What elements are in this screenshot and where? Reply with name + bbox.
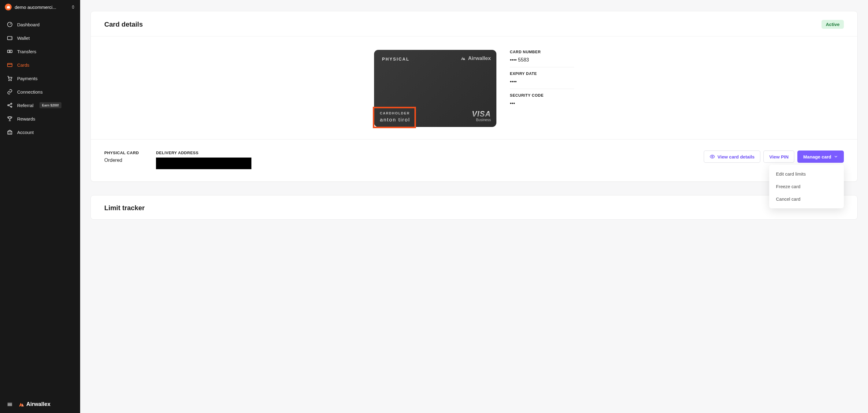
svg-rect-4 bbox=[8, 63, 12, 67]
airwallex-mark-icon bbox=[460, 56, 466, 61]
sidebar: demo aucommerci... Dashboard Wallet bbox=[0, 0, 80, 413]
referral-icon bbox=[7, 102, 13, 108]
card-actions: View card details View PIN Manage card E… bbox=[704, 150, 844, 163]
cardholder-highlight: CARDHOLDER anton tirol bbox=[373, 107, 416, 128]
svg-point-10 bbox=[712, 156, 713, 157]
card-brand: Airwallex bbox=[460, 55, 491, 61]
manage-card-dropdown: Edit card limits Freeze card Cancel card bbox=[769, 165, 844, 208]
sidebar-item-referral[interactable]: Referral Earn $200! bbox=[0, 98, 80, 112]
card-details-panel: Card details Active PHYSICAL Airwallex bbox=[91, 11, 858, 182]
svg-point-8 bbox=[11, 103, 12, 104]
org-switcher[interactable]: demo aucommerci... bbox=[0, 0, 80, 15]
meta-value: ••• bbox=[510, 101, 574, 106]
view-card-details-button[interactable]: View card details bbox=[704, 150, 760, 163]
sidebar-item-connections[interactable]: Connections bbox=[0, 85, 80, 98]
button-label: View card details bbox=[717, 154, 754, 159]
svg-point-7 bbox=[8, 105, 9, 106]
connections-icon bbox=[7, 89, 13, 95]
status-badge: Active bbox=[822, 20, 844, 29]
brand-name: Airwallex bbox=[26, 401, 51, 408]
dropdown-item-cancel-card[interactable]: Cancel card bbox=[769, 193, 844, 205]
panel-header: Card details Active bbox=[91, 11, 857, 36]
card-network: VISA bbox=[472, 111, 491, 117]
svg-point-5 bbox=[8, 80, 9, 81]
sidebar-item-label: Transfers bbox=[17, 49, 36, 54]
col-value: Ordered bbox=[104, 157, 139, 163]
transfers-icon bbox=[7, 48, 13, 55]
card-icon bbox=[7, 62, 13, 68]
card-brand-name: Airwallex bbox=[468, 55, 491, 61]
col-label: PHYSICAL CARD bbox=[104, 150, 139, 155]
briefcase-icon bbox=[5, 4, 11, 10]
sidebar-item-account[interactable]: Account bbox=[0, 125, 80, 139]
chevron-down-icon bbox=[834, 154, 838, 159]
sidebar-item-cards[interactable]: Cards bbox=[0, 58, 80, 71]
main-content: Card details Active PHYSICAL Airwallex bbox=[80, 0, 868, 413]
sidebar-footer: Airwallex bbox=[0, 395, 80, 413]
chevrons-up-down-icon bbox=[71, 5, 75, 9]
eye-icon bbox=[710, 154, 715, 159]
meta-value: •••• 5583 bbox=[510, 57, 574, 63]
sidebar-item-wallet[interactable]: Wallet bbox=[0, 31, 80, 45]
gauge-icon bbox=[7, 22, 13, 28]
svg-point-9 bbox=[11, 106, 12, 107]
payments-icon bbox=[7, 75, 13, 81]
cardholder-label: CARDHOLDER bbox=[380, 111, 410, 115]
delivery-address: DELIVERY ADDRESS bbox=[156, 150, 251, 169]
card-network-sub: Business bbox=[472, 118, 491, 122]
dropdown-item-edit-limits[interactable]: Edit card limits bbox=[769, 168, 844, 180]
meta-security-code: SECURITY CODE ••• bbox=[510, 93, 574, 111]
panel-title: Card details bbox=[104, 21, 143, 28]
manage-card-button[interactable]: Manage card bbox=[797, 150, 844, 163]
meta-label: SECURITY CODE bbox=[510, 93, 574, 97]
sidebar-item-transfers[interactable]: Transfers bbox=[0, 45, 80, 58]
limit-tracker-panel: Limit tracker bbox=[91, 195, 858, 220]
org-name: demo aucommerci... bbox=[15, 5, 68, 10]
card-meta: CARD NUMBER •••• 5583 EXPIRY DATE •••• S… bbox=[510, 50, 574, 111]
menu-icon[interactable] bbox=[7, 402, 13, 408]
sidebar-item-label: Payments bbox=[17, 76, 38, 81]
sidebar-item-label: Rewards bbox=[17, 116, 35, 121]
meta-expiry: EXPIRY DATE •••• bbox=[510, 71, 574, 89]
view-pin-button[interactable]: View PIN bbox=[764, 150, 794, 163]
visa-mark: VISA Business bbox=[472, 111, 491, 122]
physical-card-status: PHYSICAL CARD Ordered bbox=[104, 150, 139, 163]
meta-card-number: CARD NUMBER •••• 5583 bbox=[510, 50, 574, 67]
sidebar-item-label: Wallet bbox=[17, 35, 30, 41]
card-visual-wrap: PHYSICAL Airwallex CARDHOLDER anton tiro… bbox=[374, 50, 496, 127]
meta-label: CARD NUMBER bbox=[510, 50, 574, 54]
meta-value: •••• bbox=[510, 79, 574, 84]
redacted-address bbox=[156, 157, 251, 169]
svg-point-6 bbox=[11, 80, 11, 81]
panel-title: Limit tracker bbox=[104, 204, 145, 212]
airwallex-logo-icon bbox=[18, 402, 25, 407]
card-visual: PHYSICAL Airwallex CARDHOLDER anton tiro… bbox=[374, 50, 496, 127]
sidebar-item-dashboard[interactable]: Dashboard bbox=[0, 18, 80, 31]
account-icon bbox=[7, 129, 13, 135]
button-label: Manage card bbox=[803, 154, 831, 159]
brand-logo: Airwallex bbox=[18, 401, 51, 408]
svg-point-3 bbox=[9, 51, 10, 52]
sidebar-item-label: Referral bbox=[17, 103, 33, 108]
sidebar-item-label: Account bbox=[17, 130, 34, 135]
sidebar-nav: Dashboard Wallet Transfers Cards bbox=[0, 15, 80, 141]
status-row: PHYSICAL CARD Ordered DELIVERY ADDRESS V… bbox=[91, 140, 857, 181]
sidebar-item-label: Dashboard bbox=[17, 22, 39, 27]
sidebar-item-label: Connections bbox=[17, 89, 42, 94]
meta-label: EXPIRY DATE bbox=[510, 71, 574, 76]
sidebar-item-payments[interactable]: Payments bbox=[0, 71, 80, 85]
button-label: View PIN bbox=[769, 154, 788, 159]
panel-header: Limit tracker bbox=[91, 196, 857, 219]
cardholder-name: anton tirol bbox=[380, 117, 410, 123]
svg-rect-2 bbox=[8, 50, 12, 53]
wallet-icon bbox=[7, 35, 13, 41]
sidebar-item-label: Cards bbox=[17, 62, 29, 68]
sidebar-item-rewards[interactable]: Rewards bbox=[0, 112, 80, 125]
referral-badge: Earn $200! bbox=[39, 102, 61, 108]
col-label: DELIVERY ADDRESS bbox=[156, 150, 251, 155]
dropdown-item-freeze-card[interactable]: Freeze card bbox=[769, 180, 844, 193]
rewards-icon bbox=[7, 116, 13, 122]
card-row: PHYSICAL Airwallex CARDHOLDER anton tiro… bbox=[91, 36, 857, 139]
